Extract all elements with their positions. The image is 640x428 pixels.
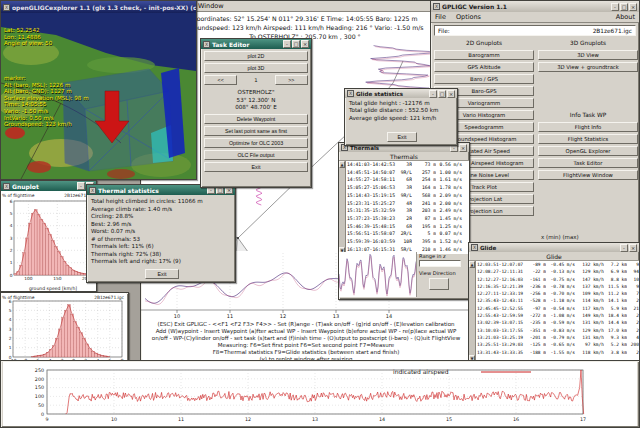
thermal-row[interactable]: 14:41:03-14:42:533R73 m0.56 m/s — [346, 161, 469, 169]
thermals-scrollbar[interactable]: ▲ ▼ — [339, 161, 346, 254]
next-waypoint-button[interactable]: >> — [275, 75, 308, 85]
glide-statistics-exit-button[interactable]: Exit — [387, 132, 417, 142]
window-icon[interactable]: X — [89, 187, 96, 194]
thermal-row[interactable]: 15:14:43-15:19:159R/L568 m2.09 m/s — [346, 192, 469, 200]
gpligc-button-baro-gps[interactable]: Baro / GPS — [434, 74, 534, 84]
glide-row[interactable]: 13:21:03-13:25:19-201 m-0.79 m/s131 km/h… — [476, 334, 639, 341]
glide-row-cell: -0.70 m/s — [546, 290, 575, 297]
task-editor-button-plot-2d[interactable]: plot 2D — [204, 51, 308, 61]
close-button[interactable]: × — [629, 3, 637, 11]
scrollbar-track[interactable] — [469, 268, 475, 355]
view-direction-control[interactable] — [429, 278, 449, 290]
marker-overlay-line: Alt (baro, MSL): 1226 m — [4, 82, 89, 89]
glide-row[interactable]: 13:02:39-13:07:15-235 m-0.59 m/s131 km/h… — [476, 319, 639, 326]
glide-row[interactable]: 13:25:51-13:29:03-125 m-0.65 m/s97 km/h5… — [476, 341, 639, 348]
gpligc-button-opengl-explorer[interactable]: OpenGL Explorer — [538, 146, 638, 156]
gpligc-button-task-editor[interactable]: Task Editor — [538, 158, 638, 168]
gpligc-titlebar[interactable]: X GPLIGC Version 1.1 - □ × — [431, 1, 639, 12]
gpligc-button-3d-view[interactable]: 3D View — [538, 50, 638, 60]
close-button[interactable]: × — [447, 90, 455, 98]
prev-waypoint-button[interactable]: << — [204, 75, 237, 85]
glide-row[interactable]: 12:16:35-12:21:39-236 m-0.78 m/s137 km/h… — [476, 283, 639, 290]
opengl-3d-viewport[interactable]: Lat: 52.2542Lon: 11.4886Angle of view: 5… — [1, 13, 196, 179]
glide-row[interactable]: 12:03:51-12:07:07-89 m-0.45 m/s132 km/h7… — [476, 261, 639, 268]
glide-statistic-line: Total glide height : -12176 m — [349, 100, 453, 107]
svg-text:5: 5 — [10, 211, 13, 216]
gnuplot-titlebar[interactable]: X Gnuplot - × — [1, 181, 96, 191]
glide-row[interactable]: 12:55:43-12:59:59-272 m-1.08 m/s149 km/h… — [476, 312, 639, 319]
task-editor-button-delete-waypoint[interactable]: Delete Waypoint — [204, 114, 308, 124]
maximize-button[interactable]: □ — [620, 3, 628, 11]
gnuplot-title: Gnuplot — [12, 183, 39, 190]
minimize-button[interactable]: - — [283, 40, 291, 48]
task-editor-button-olc-file-output[interactable]: OLC File output — [204, 150, 308, 160]
glide-titlebar[interactable]: X Glide - × — [469, 243, 639, 252]
glide-row[interactable]: 12:12:27-12:16:03-161 m-0.75 m/s147 km/h… — [476, 276, 639, 283]
thermal-row[interactable]: 14:55:27-14:58:116R254 m1.61 m/s — [346, 176, 469, 184]
indicated-airspeed-plot[interactable]: 05010015020025091011121314151617indicate… — [3, 362, 637, 426]
window-icon[interactable]: X — [3, 4, 10, 11]
scroll-up-icon[interactable]: ▲ — [339, 161, 345, 168]
thermal-statistics-title: Thermal statistics — [98, 187, 159, 194]
task-editor-button-set-last-point-same-as-first[interactable]: Set last point same as first — [204, 126, 308, 136]
gpligc-button-barogramm[interactable]: Barogramm — [434, 50, 534, 60]
scrollbar-track[interactable] — [339, 168, 345, 247]
groundspeed-histogram[interactable]: 0123456100150200% of flighttime2B1ze671.… — [1, 191, 96, 291]
glide-row[interactable]: 12:35:43-12:43:11-528 m-1.18 m/s114 km/h… — [476, 297, 639, 304]
task-editor-button-exit[interactable]: Exit — [204, 162, 308, 172]
task-editor-titlebar[interactable]: X Task Editor - □ × — [201, 39, 311, 49]
marker-overlay-line: IntVario: 0.50 m/s — [4, 115, 89, 122]
gpligc-button-flight-statistics[interactable]: Flight Statistics — [538, 134, 638, 144]
thermal-row[interactable]: 15:37:23-15:38:232R87 m1.45 m/s — [346, 215, 469, 223]
maximize-button[interactable]: □ — [438, 90, 446, 98]
window-icon[interactable]: X — [433, 3, 440, 10]
task-editor-button-plot-3d[interactable]: plot 3D — [204, 63, 308, 73]
svg-text:% of flighttime: % of flighttime — [2, 295, 35, 300]
minimize-button[interactable]: - — [77, 182, 85, 190]
window-icon[interactable]: X — [471, 244, 478, 251]
gpligc-button-gps-altitude[interactable]: GPS Altitude — [434, 62, 534, 72]
minimize-button[interactable]: - — [611, 3, 619, 11]
close-button[interactable]: × — [629, 244, 637, 252]
window-icon[interactable]: X — [347, 90, 354, 97]
thermal-row[interactable]: 15:59:39-16:03:5910R395 m1.52 m/s — [346, 238, 469, 246]
glide-row-cell: 7 — [627, 290, 639, 297]
glide-row[interactable]: 12:27:11-12:33:19-256 m-0.70 m/s109 km/h… — [476, 290, 639, 297]
file-value: 2B1ze671.igc — [593, 28, 632, 34]
close-button[interactable]: × — [301, 40, 309, 48]
glide-row[interactable]: 13:10:03-13:17:55-351 m-0.83 m/s129 km/h… — [476, 327, 639, 334]
menu-window[interactable]: Window — [198, 2, 224, 10]
opengl-titlebar[interactable]: X openGLIGCexplorer 1.1 (glx 1.3 check, … — [1, 1, 196, 13]
glide-scrollbar[interactable]: ▲ ▼ — [469, 261, 476, 362]
gpligc-button-flightview-window[interactable]: FlightView Window — [538, 170, 638, 180]
menu-about[interactable]: About — [616, 13, 635, 21]
thermal-statistics-exit-button[interactable]: Exit — [145, 269, 179, 279]
minimize-button[interactable]: - — [429, 90, 437, 98]
thermal-row[interactable]: 15:23:31-15:25:274R241 m2.00 m/s — [346, 200, 469, 208]
glide-row[interactable]: 12:08:27-12:11:31-22 m-0.13 m/s129 km/h6… — [476, 268, 639, 275]
close-button[interactable]: × — [459, 144, 467, 152]
menu-options[interactable]: Options — [456, 13, 481, 21]
menu-file[interactable]: File — [435, 13, 446, 21]
maximize-button[interactable]: □ — [292, 40, 300, 48]
thermal-row[interactable]: 15:05:27-15:06:533R164 m1.78 m/s — [346, 184, 469, 192]
thermal-row[interactable]: 15:46:39-15:48:156R195 m1.25 m/s — [346, 223, 469, 231]
gpligc-button-3d-view-groundtrack[interactable]: 3D View + groundtrack — [538, 62, 638, 72]
thermal-row-cell: 9R/L — [396, 169, 412, 177]
thermal-row[interactable]: 15:56:51-15:58:072R/L5 m0.07 m/s — [346, 230, 469, 238]
file-field[interactable]: File: 2B1ze671.igc — [434, 25, 636, 36]
gpligc-button-flight-info[interactable]: Flight Info — [538, 122, 638, 132]
scroll-up-icon[interactable]: ▲ — [469, 261, 475, 268]
glide-statistics-titlebar[interactable]: X Glide statistics - □ × — [345, 89, 457, 98]
glide-row[interactable]: 13:31:43-13:33:35-188 m-1.55 m/s118 km/h… — [476, 349, 639, 356]
thermal-row[interactable]: 15:31:35-15:32:593R203 m2.49 m/s — [346, 207, 469, 215]
range-in-z-input[interactable] — [419, 260, 461, 267]
thermal-row[interactable]: 14:45:51-14:50:079R/L257 m1.00 m/s — [346, 169, 469, 177]
glide-row-cell: 12:08:27-12:11:31 — [476, 268, 525, 275]
glide-row-cell: 2 — [627, 327, 639, 334]
window-icon[interactable]: X — [3, 183, 10, 190]
glide-row[interactable]: 12:45:45-12:52:55-97 m-0.54 m/s117 km/h5… — [476, 305, 639, 312]
task-editor-button-optimize-for-olc-2003[interactable]: Optimize for OLC 2003 — [204, 138, 308, 148]
window-icon[interactable]: X — [203, 41, 210, 48]
minimize-button[interactable]: - — [620, 244, 628, 252]
